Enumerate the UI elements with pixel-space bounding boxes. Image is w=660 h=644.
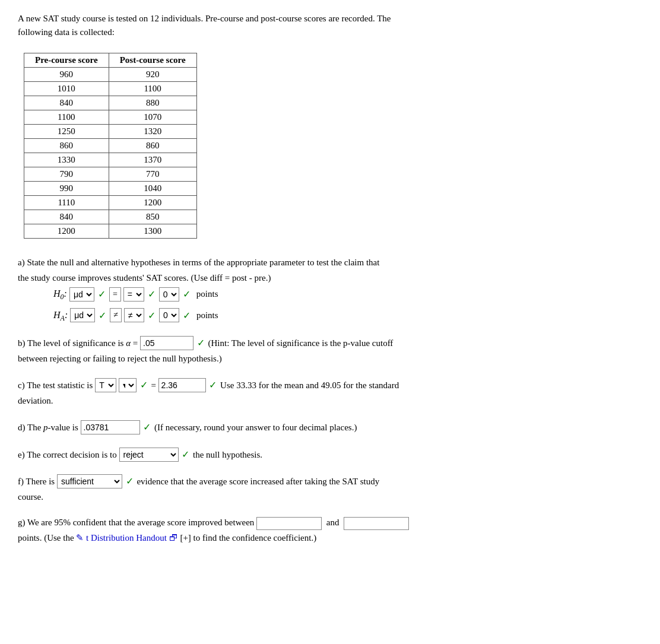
h0-check1: ✓ <box>98 286 106 302</box>
d-check: ✓ <box>143 422 151 432</box>
table-row: 12501320 <box>24 125 197 139</box>
ha-value-select[interactable]: 0 <box>159 308 179 322</box>
edit-icon[interactable]: ✎ <box>76 533 84 543</box>
table-cell: 880 <box>109 96 196 110</box>
part-f: f) There is sufficient ✓ evidence that t… <box>18 473 642 505</box>
part-c: c) The test statistic is T ▾ ✓ = ✓ Use 3… <box>18 377 642 408</box>
table-cell: 840 <box>24 96 109 110</box>
part-b: b) The level of significance is α = ✓ (H… <box>18 335 642 366</box>
table-cell: 990 <box>24 182 109 196</box>
h0-check2: ✓ <box>148 286 156 302</box>
part-a: a) State the null and alternative hypoth… <box>18 255 642 324</box>
sufficient-select[interactable]: sufficient <box>57 474 122 488</box>
table-row: 840880 <box>24 96 197 110</box>
table-cell: 860 <box>24 139 109 153</box>
intro-line2: following data is collected: <box>18 27 115 37</box>
table-row: 860860 <box>24 139 197 153</box>
ha-operator-box: ≠ <box>110 308 122 322</box>
table-cell: 770 <box>109 167 196 182</box>
h0-points: points <box>196 287 218 302</box>
h0-check3: ✓ <box>183 286 191 302</box>
table-cell: 1200 <box>24 224 109 239</box>
ha-param-select[interactable]: μd <box>70 308 95 322</box>
f-check: ✓ <box>126 476 134 486</box>
h0-symbol: H0: <box>53 285 67 303</box>
table-row: 13301370 <box>24 153 197 167</box>
intro-paragraph: A new SAT study course is tested on 12 i… <box>18 12 642 39</box>
table-cell: 1320 <box>109 125 196 139</box>
ha-check1: ✓ <box>99 307 106 323</box>
ha-operator-select[interactable]: ≠ <box>124 308 144 322</box>
ha-check2: ✓ <box>148 307 156 323</box>
h0-operator-select[interactable]: = <box>123 287 144 302</box>
part-d: d) The p-value is ✓ (If necessary, round… <box>18 419 642 436</box>
stat-type-select[interactable]: T <box>95 378 116 392</box>
c-check: ✓ <box>140 380 148 390</box>
intro-line1: A new SAT study course is tested on 12 i… <box>18 14 391 23</box>
table-row: 11001070 <box>24 110 197 125</box>
h0-value-select[interactable]: 0 <box>159 287 179 302</box>
table-cell: 1250 <box>24 125 109 139</box>
external-link-icon: 🗗 <box>169 533 178 543</box>
table-cell: 860 <box>109 139 196 153</box>
ha-row: HA: μd ✓ ≠ ≠ ✓ 0 ✓ points <box>53 307 642 325</box>
part-a-label: a) State the null and alternative hypoth… <box>18 255 642 285</box>
b-check: ✓ <box>197 338 205 348</box>
h0-param-select[interactable]: μd <box>69 287 94 302</box>
table-cell: 1100 <box>24 110 109 125</box>
table-cell: 1330 <box>24 153 109 167</box>
table-row: 9901040 <box>24 182 197 196</box>
ha-check3: ✓ <box>183 307 191 323</box>
table-cell: 1100 <box>109 82 196 96</box>
table-cell: 1200 <box>109 196 196 210</box>
table-cell: 1040 <box>109 182 196 196</box>
table-row: 12001300 <box>24 224 197 239</box>
stat-direction-select[interactable]: ▾ <box>119 378 137 392</box>
col-header-pre: Pre-course score <box>24 53 109 68</box>
table-cell: 1300 <box>109 224 196 239</box>
ci-lower-input[interactable] <box>256 517 322 530</box>
table-cell: 790 <box>24 167 109 182</box>
table-row: 960920 <box>24 68 197 82</box>
part-g: g) We are 95% confident that the average… <box>18 515 642 545</box>
table-cell: 850 <box>109 210 196 224</box>
test-stat-input[interactable] <box>158 378 206 392</box>
table-cell: 1370 <box>109 153 196 167</box>
h0-row: H0: μd ✓ = = ✓ 0 ✓ points <box>53 285 642 303</box>
data-table: Pre-course score Post-course score 96092… <box>24 53 197 239</box>
pvalue-input[interactable] <box>81 420 140 434</box>
table-cell: 960 <box>24 68 109 82</box>
table-row: 10101100 <box>24 82 197 96</box>
col-header-post: Post-course score <box>109 53 196 68</box>
table-cell: 1110 <box>24 196 109 210</box>
ci-upper-input[interactable] <box>344 517 409 530</box>
decision-select[interactable]: reject <box>119 448 179 462</box>
table-row: 790770 <box>24 167 197 182</box>
table-cell: 1010 <box>24 82 109 96</box>
h0-operator-box: = <box>109 287 121 302</box>
ha-points: points <box>196 308 218 323</box>
part-b-label: b) The level of significance is α = ✓ (H… <box>18 338 393 363</box>
table-cell: 840 <box>24 210 109 224</box>
t-distribution-link[interactable]: t Distribution Handout <box>86 533 167 543</box>
part-e: e) The correct decision is to reject ✓ t… <box>18 446 642 463</box>
ha-symbol: HA: <box>53 307 68 325</box>
table-row: 11101200 <box>24 196 197 210</box>
table-row: 840850 <box>24 210 197 224</box>
table-cell: 920 <box>109 68 196 82</box>
alpha-input[interactable] <box>140 336 193 350</box>
table-cell: 1070 <box>109 110 196 125</box>
e-check: ✓ <box>182 449 189 459</box>
c-check2: ✓ <box>209 380 217 390</box>
